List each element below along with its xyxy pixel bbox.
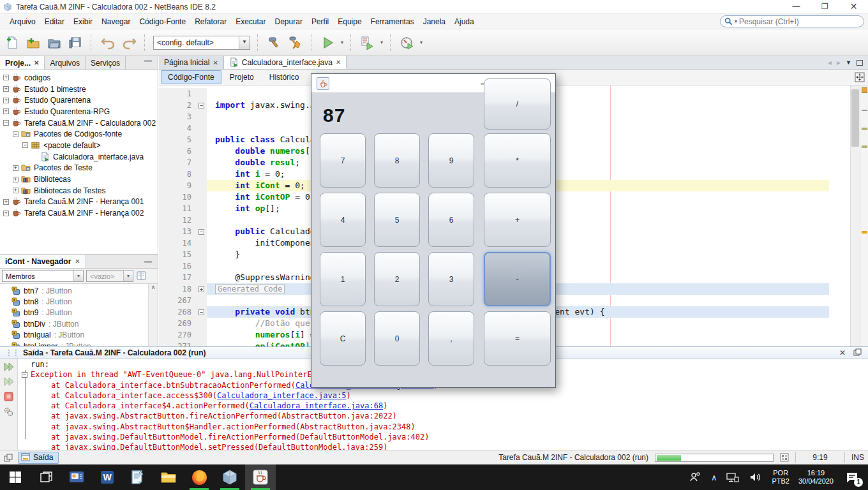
view-projeto[interactable]: Projeto <box>223 70 261 84</box>
calc-button-divide[interactable]: / <box>484 78 551 130</box>
menu-janela[interactable]: Janela <box>419 15 450 28</box>
tree-expand-handle[interactable]: − <box>3 120 9 126</box>
taskbar-netbeans[interactable] <box>214 464 245 490</box>
stop-icon[interactable] <box>4 392 13 401</box>
chevron-down-icon[interactable]: ▼ <box>239 36 250 49</box>
tree-item[interactable]: +Estudo 1 bimestre <box>0 84 158 95</box>
output-fold-icon[interactable]: − <box>22 372 27 378</box>
tree-expand-handle[interactable]: − <box>13 131 19 137</box>
show-hidden-icons-chevron[interactable]: ∧ <box>711 473 717 482</box>
calc-button-5[interactable]: 5 <box>374 193 420 247</box>
fold-toggle-icon[interactable]: − <box>198 229 204 235</box>
taskbar-task-view[interactable] <box>31 464 61 490</box>
clean-and-build-button[interactable] <box>287 34 304 51</box>
tree-expand-handle[interactable]: + <box>13 165 19 171</box>
tab-projects[interactable]: Proje... ✕ <box>0 56 45 70</box>
output-close-icon[interactable]: ✕ <box>839 348 846 357</box>
chevron-down-icon[interactable]: ▾ <box>341 40 343 45</box>
search-scope-caret-icon[interactable]: ▾ <box>735 19 737 24</box>
navigator-scrollbar[interactable]: ∧ <box>148 284 158 346</box>
calc-button-4[interactable]: 4 <box>320 193 366 247</box>
taskbar-start[interactable] <box>0 464 31 490</box>
tree-item[interactable]: +Bibliotecas <box>0 174 158 185</box>
menu-cdigofonte[interactable]: Código-Fonte <box>135 15 190 28</box>
volume-icon[interactable] <box>749 471 763 483</box>
tree-item[interactable]: Calculadora_interface.java <box>0 151 158 163</box>
navigator-member[interactable]: btn8: JButton <box>0 296 158 307</box>
tab-scroll-left-icon[interactable]: ◂ <box>828 58 832 67</box>
editor-scrollbar-thumb[interactable] <box>851 89 859 147</box>
taskbar-firefox[interactable] <box>184 464 214 490</box>
tree-item[interactable]: +Tarefa Cauã.M 2INF - Herança 001 <box>0 197 158 208</box>
clock[interactable]: 16:1930/04/2020 <box>798 469 834 486</box>
tree-expand-handle[interactable]: + <box>3 75 9 80</box>
new-project-button[interactable] <box>25 34 41 51</box>
tab-services[interactable]: Serviços <box>86 56 126 70</box>
menu-refatorar[interactable]: Refatorar <box>190 15 231 28</box>
tab-files[interactable]: Arquivos <box>45 56 86 70</box>
editor-scrollbar[interactable] <box>850 85 860 346</box>
tree-expand-handle[interactable]: + <box>3 108 9 114</box>
stripe-mark[interactable] <box>862 128 867 130</box>
navigator-member[interactable]: btnDiv: JButton <box>0 318 158 329</box>
calc-button-6[interactable]: 6 <box>428 193 474 247</box>
chevron-down-icon[interactable]: ▾ <box>380 40 383 45</box>
tree-item[interactable]: +Pacotes de Teste <box>0 163 158 174</box>
calc-button-1[interactable]: 1 <box>320 252 366 306</box>
redo-button[interactable] <box>121 34 137 51</box>
menu-navegar[interactable]: Navegar <box>97 15 135 28</box>
view-histrico[interactable]: Histórico <box>262 70 306 84</box>
run-button[interactable] <box>320 34 336 51</box>
menu-depurar[interactable]: Depurar <box>271 15 307 28</box>
calc-button-plus[interactable]: + <box>484 193 551 247</box>
menu-exibir[interactable]: Exibir <box>69 15 97 28</box>
minimize-panel-button[interactable]: — <box>138 56 158 70</box>
sort-icon[interactable] <box>136 271 147 281</box>
stacktrace-link[interactable]: Calculadora_interface.java:68 <box>250 401 384 411</box>
rerun-icon[interactable] <box>3 362 15 371</box>
editor-tab[interactable]: Página Inicial✕ <box>159 56 224 69</box>
taskbar-notepad[interactable] <box>123 464 153 490</box>
navigator-member[interactable]: btnLimpar: JButton <box>0 341 158 346</box>
tab-navigator[interactable]: iCont - Navegador ✕ <box>0 255 86 268</box>
navigator-member[interactable]: btn9: JButton <box>0 308 158 318</box>
calc-button-3[interactable]: 3 <box>428 252 474 306</box>
fold-toggle-icon[interactable]: − <box>198 309 204 315</box>
tree-expand-handle[interactable]: + <box>3 86 9 92</box>
debug-button[interactable] <box>359 34 376 51</box>
tab-close-icon[interactable]: ✕ <box>336 59 341 66</box>
tab-close-icon[interactable]: ✕ <box>213 59 218 66</box>
restore-button[interactable]: ❐ <box>811 0 839 14</box>
navigator-close-icon[interactable]: ✕ <box>75 258 80 265</box>
fold-toggle-icon[interactable]: + <box>198 286 204 292</box>
taskbar-presentation[interactable] <box>61 464 92 490</box>
navigator-member[interactable]: btnIgual: JButton <box>0 330 158 341</box>
fold-toggle-icon[interactable]: − <box>198 103 204 108</box>
dock-icon[interactable] <box>4 454 13 462</box>
tree-item[interactable]: +Estudo Quarentena <box>0 94 158 106</box>
output-window-tab[interactable]: Saída <box>18 452 59 464</box>
language-indicator[interactable]: PORPTB2 <box>772 469 789 486</box>
calc-button-8[interactable]: 8 <box>374 133 420 188</box>
stripe-mark[interactable] <box>862 231 867 234</box>
calc-button-multiply[interactable]: * <box>484 133 551 188</box>
save-all-button[interactable] <box>67 34 84 51</box>
rerun-with-changes-icon[interactable] <box>3 377 15 386</box>
editor-tab[interactable]: Calculadora_interface.java✕ <box>224 56 347 69</box>
maximize-editor-icon[interactable] <box>857 60 863 66</box>
open-project-button[interactable] <box>46 34 63 51</box>
calc-button-equals[interactable]: = <box>484 311 551 366</box>
tree-item[interactable]: +Estudo Quarentena-RPG <box>0 106 158 117</box>
output-float-icon[interactable] <box>853 348 862 357</box>
tree-expand-handle[interactable]: + <box>3 199 9 205</box>
calc-button-minus[interactable]: - <box>484 252 551 306</box>
menu-executar[interactable]: Executar <box>231 15 270 28</box>
tab-close-icon[interactable]: ✕ <box>34 59 39 66</box>
navigator-minimize-button[interactable]: — <box>138 257 158 266</box>
profile-button[interactable] <box>399 34 415 51</box>
tree-item[interactable]: +codigos <box>0 72 158 84</box>
tree-expand-handle[interactable]: + <box>13 188 19 193</box>
calc-button-clear[interactable]: C <box>320 311 366 366</box>
tree-item[interactable]: +Bibliotecas de Testes <box>0 185 158 197</box>
menu-equipe[interactable]: Equipe <box>333 15 366 28</box>
